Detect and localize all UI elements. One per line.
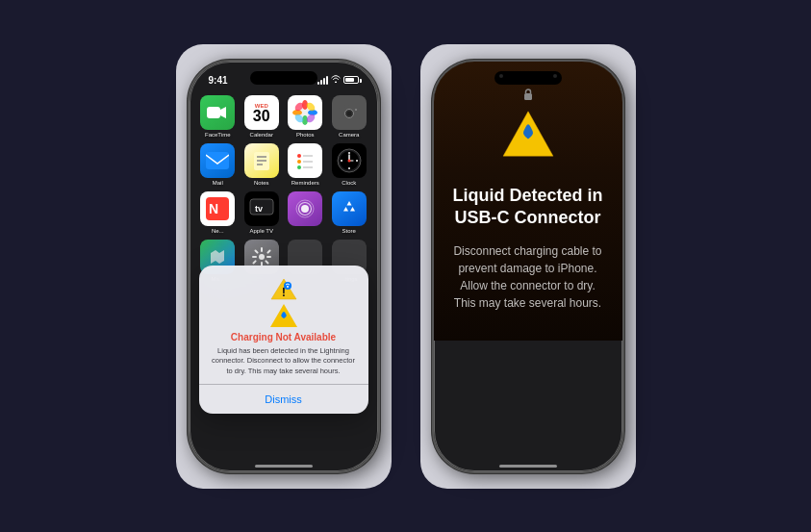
app-photos[interactable]: Photos [287, 95, 325, 138]
alert-dialog: ! Charging Not Available Liq [199, 266, 368, 414]
lock-icon [523, 89, 533, 102]
app-facetime[interactable]: FaceTime [199, 95, 238, 138]
liquid-detected-title: Liquid Detected in USB-C Connector [453, 185, 603, 230]
svg-point-22 [297, 165, 301, 169]
app-facetime-label: FaceTime [205, 132, 230, 138]
app-news[interactable]: N Ne... [199, 191, 238, 234]
app-mail-label: Mail [213, 180, 223, 186]
app-grid-row3: N Ne... tv Apple TV [190, 191, 378, 240]
app-reminders-label: Reminders [291, 180, 319, 186]
left-phone: 9:41 [188, 60, 380, 473]
right-phone-screen: Liquid Detected in USB-C Connector Disco… [434, 62, 622, 342]
app-appstore[interactable]: Store [330, 191, 368, 234]
svg-point-20 [297, 154, 301, 158]
svg-point-39 [301, 205, 309, 213]
app-reminders[interactable]: Reminders [287, 143, 325, 186]
liquid-alert-icon [269, 303, 298, 328]
liquid-content: Liquid Detected in USB-C Connector Disco… [434, 62, 622, 342]
svg-text:N: N [209, 201, 218, 216]
app-grid-row2: Mail Notes [190, 143, 378, 191]
app-appstore-label: Store [342, 228, 356, 234]
alert-icon-area: ! [211, 277, 357, 301]
wifi-icon [331, 75, 341, 85]
left-phone-wrapper: 9:41 [176, 44, 392, 489]
dynamic-island-left [250, 71, 317, 85]
alert-message: Liquid has been detected in the Lightnin… [211, 346, 357, 377]
svg-point-46 [287, 286, 289, 288]
svg-point-14 [355, 109, 357, 111]
svg-point-21 [297, 160, 301, 164]
svg-text:tv: tv [255, 204, 263, 214]
right-phone-wrapper: Liquid Detected in USB-C Connector Disco… [420, 44, 636, 489]
left-phone-screen: 9:41 [190, 62, 378, 288]
app-camera[interactable]: Camera [330, 95, 368, 138]
warning-triangle-icon: ! [270, 277, 297, 301]
app-grid-row1: FaceTime WED 30 Calendar [190, 89, 378, 143]
app-notes[interactable]: Notes [242, 143, 281, 186]
app-mail[interactable]: Mail [199, 143, 238, 186]
liquid-detected-message: Disconnect charging cable to prevent dam… [453, 242, 603, 312]
app-calendar[interactable]: WED 30 Calendar [242, 95, 281, 138]
app-clock[interactable]: Clock [330, 143, 368, 186]
svg-point-34 [347, 159, 350, 162]
svg-point-12 [346, 111, 351, 115]
app-podcast[interactable] [287, 191, 325, 234]
status-time: 9:41 [209, 75, 228, 86]
app-notes-label: Notes [254, 180, 269, 186]
alert-title: Charging Not Available [211, 332, 357, 342]
status-icons [317, 75, 359, 85]
app-photos-label: Photos [296, 132, 315, 138]
home-indicator-left [255, 465, 313, 468]
home-indicator-right [499, 465, 557, 468]
svg-point-42 [259, 254, 265, 260]
signal-icon [317, 76, 328, 85]
svg-rect-48 [524, 93, 532, 100]
battery-icon [343, 76, 359, 84]
app-clock-label: Clock [342, 180, 356, 186]
liquid-warning-icon [501, 110, 555, 162]
calendar-day-number: 30 [253, 109, 270, 124]
app-calendar-label: Calendar [250, 132, 273, 138]
svg-rect-13 [344, 105, 349, 108]
app-tv[interactable]: tv Apple TV [242, 191, 281, 234]
alert-dismiss-button[interactable]: Dismiss [211, 385, 357, 414]
app-news-label: Ne... [212, 228, 224, 234]
dynamic-island-right [494, 71, 562, 85]
right-phone: Liquid Detected in USB-C Connector Disco… [432, 60, 624, 473]
app-tv-label: Apple TV [249, 228, 273, 234]
app-camera-label: Camera [339, 132, 359, 138]
svg-rect-0 [207, 107, 220, 118]
svg-rect-15 [206, 152, 229, 169]
